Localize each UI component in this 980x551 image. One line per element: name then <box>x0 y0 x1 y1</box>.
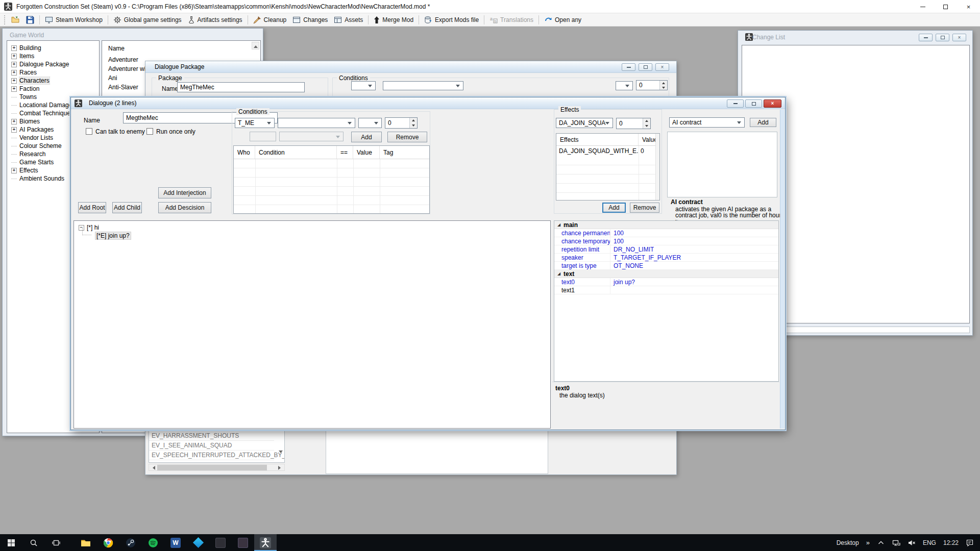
spin-up[interactable] <box>643 118 650 123</box>
spin-down[interactable] <box>660 85 667 90</box>
list-item[interactable]: Anti-Slaver <box>108 84 138 91</box>
translations-button[interactable]: ab Translations <box>486 14 536 26</box>
who-dropdown[interactable]: T_ME <box>235 118 275 128</box>
expander-icon[interactable]: + <box>11 78 17 84</box>
merge-mod-button[interactable]: Merge Mod <box>371 14 416 26</box>
run-once-only-checkbox[interactable] <box>146 128 153 135</box>
artifacts-settings-button[interactable]: Artifacts settings <box>185 14 246 26</box>
restore-button[interactable] <box>934 0 957 13</box>
expander-icon[interactable]: + <box>11 62 17 67</box>
condition-type-dropdown[interactable] <box>351 81 376 90</box>
effects-table-row[interactable]: DA_JOIN_SQUAD_WITH_E... 0 <box>556 146 656 156</box>
effect-value-spinner[interactable]: 0 <box>616 118 651 129</box>
search-button[interactable] <box>22 534 45 551</box>
language-indicator[interactable]: ENG <box>923 539 936 546</box>
dialogue-titlebar[interactable]: Dialogue (2 lines) <box>71 97 785 109</box>
operator-dropdown[interactable] <box>358 118 382 128</box>
tree-item-items[interactable]: +Items <box>7 52 99 60</box>
main-titlebar[interactable]: Forgotten Construction Set (Steam) v0.9 … <box>0 0 980 13</box>
list-item[interactable]: Adventurer with <box>108 65 151 72</box>
maximize-button[interactable] <box>745 99 762 108</box>
expander-icon[interactable]: + <box>11 54 17 59</box>
can-talk-to-enemy-checkbox[interactable] <box>86 128 92 135</box>
expander-icon[interactable]: + <box>11 119 17 124</box>
scroll-down-icon[interactable] <box>279 453 283 460</box>
list-item[interactable]: Ani <box>108 74 117 82</box>
taskbar-fcs-icon[interactable] <box>254 534 277 551</box>
ai-package-dropdown[interactable]: AI contract <box>669 117 745 128</box>
spin-up[interactable] <box>660 81 667 85</box>
close-button[interactable]: × <box>655 63 669 71</box>
dialogue-package-titlebar[interactable]: Dialogue Package <box>145 61 676 73</box>
condition-dropdown[interactable] <box>383 81 463 90</box>
right-scrollbar[interactable] <box>780 110 785 429</box>
scroll-up-button[interactable] <box>252 42 259 49</box>
column-header-equals[interactable]: == <box>337 146 353 159</box>
word-icon[interactable]: W <box>164 534 187 551</box>
condition-op-dropdown[interactable] <box>616 81 633 90</box>
minimize-button[interactable] <box>919 34 933 41</box>
condition-value-spinner[interactable]: 0 <box>636 80 668 90</box>
tree-item-characters[interactable]: +Characters <box>7 77 99 85</box>
tray-expand-icon[interactable] <box>877 539 885 547</box>
property-row[interactable]: target is typeOT_NONE <box>554 262 778 270</box>
chrome-icon[interactable] <box>97 534 119 551</box>
global-game-settings-button[interactable]: Global game settings <box>110 14 185 26</box>
section-collapse-icon[interactable]: ◢ <box>554 222 564 227</box>
add-root-button[interactable]: Add Root <box>78 202 106 213</box>
clock[interactable]: 12:22 <box>943 539 959 546</box>
save-button[interactable] <box>23 14 37 26</box>
column-header-who[interactable]: Who <box>234 146 255 159</box>
action-center-icon[interactable] <box>966 539 974 547</box>
package-name-input[interactable]: MegTheMec <box>177 82 305 92</box>
cleanup-button[interactable]: Cleanup <box>250 14 290 26</box>
list-header-name[interactable]: Name <box>108 45 125 52</box>
list-item[interactable]: EV_I_SEE_ANIMAL_SQUAD <box>152 442 232 449</box>
column-header-condition[interactable]: Condition <box>255 146 337 159</box>
property-section-main[interactable]: ◢main <box>554 221 778 229</box>
expander-icon[interactable]: + <box>11 127 17 133</box>
column-header-effects[interactable]: Effects <box>556 134 639 145</box>
minimize-button[interactable] <box>911 0 934 13</box>
remove-condition-button[interactable]: Remove <box>387 132 427 142</box>
expander-icon[interactable]: + <box>11 168 17 173</box>
network-icon[interactable] <box>892 539 900 547</box>
close-button[interactable]: × <box>957 0 980 13</box>
tree-item-races[interactable]: +Races <box>7 68 99 77</box>
property-row[interactable]: speakerT_TARGET_IF_PLAYER <box>554 254 778 262</box>
dialogue-tree-child[interactable]: [*E] join up? <box>95 232 131 239</box>
remove-effect-button[interactable]: Remove <box>630 203 659 213</box>
expander-icon[interactable]: + <box>11 70 17 76</box>
list-item[interactable]: Adventurer <box>108 56 138 63</box>
column-header-tag[interactable]: Tag <box>380 146 429 159</box>
vertical-scrollbar[interactable] <box>655 134 659 200</box>
condition-dropdown[interactable] <box>278 118 355 128</box>
add-condition-button[interactable]: Add <box>351 132 382 142</box>
scrollbar-thumb[interactable] <box>157 465 267 470</box>
column-header-value[interactable]: Value <box>639 134 656 145</box>
add-descision-button[interactable]: Add Descision <box>158 202 211 213</box>
taskbar-app-icon[interactable] <box>232 534 254 551</box>
tree-item-faction[interactable]: +Faction <box>7 85 99 93</box>
changes-button[interactable]: Changes <box>289 14 331 26</box>
ai-add-button[interactable]: Add <box>750 118 776 127</box>
column-header-value[interactable]: Value <box>353 146 380 159</box>
maximize-button[interactable] <box>639 63 652 71</box>
expander-icon[interactable]: + <box>11 45 17 51</box>
property-row[interactable]: chance permanent100 <box>554 229 778 237</box>
effect-dropdown[interactable]: DA_JOIN_SQUAD_WITH <box>556 118 613 128</box>
property-row[interactable]: text1 <box>554 286 778 294</box>
spin-down[interactable] <box>643 123 650 129</box>
property-row[interactable]: repetition limitDR_NO_LIMIT <box>554 245 778 254</box>
property-row[interactable]: chance temporary100 <box>554 237 778 245</box>
maximize-button[interactable] <box>936 34 949 41</box>
spin-down[interactable] <box>410 123 417 128</box>
app-icon-diamond[interactable] <box>187 534 209 551</box>
condition-value-spinner[interactable]: 0 <box>385 117 418 129</box>
steam-workshop-button[interactable]: Steam Workshop <box>42 14 106 26</box>
ai-listbox[interactable] <box>667 132 777 197</box>
taskbar-app-icon[interactable] <box>209 534 232 551</box>
start-button[interactable] <box>0 534 22 551</box>
assets-button[interactable]: Assets <box>331 14 366 26</box>
expander-icon[interactable]: + <box>11 86 17 92</box>
